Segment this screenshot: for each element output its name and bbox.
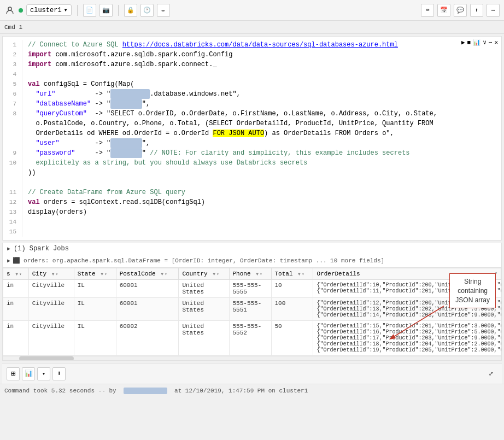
- calendar-icon[interactable]: 📅: [437, 4, 450, 17]
- cell-total: 100: [271, 298, 313, 321]
- cell-s: in: [3, 298, 29, 321]
- code-line-15: display(orders): [28, 207, 501, 217]
- cluster-name: cluster1: [30, 7, 62, 14]
- history-icon[interactable]: 🕐: [140, 4, 154, 17]
- table-view-btn[interactable]: ⊞: [7, 367, 20, 380]
- expand-btn[interactable]: ∨: [483, 39, 487, 46]
- col-header-phone[interactable]: Phone ▼▾: [229, 268, 271, 280]
- code-line-3: import com.microsoft.azure.sqldb.spark.c…: [28, 60, 501, 69]
- cell-s: in: [3, 280, 29, 298]
- cell-total: 50: [271, 321, 313, 356]
- more-btn[interactable]: ⋯: [489, 39, 493, 46]
- camera-icon[interactable]: 📷: [99, 4, 113, 17]
- chart-type-btn[interactable]: ▾: [37, 367, 50, 380]
- col-header-total[interactable]: Total ▼▾: [271, 268, 313, 280]
- cell-phone: 555-555-5555: [229, 280, 271, 298]
- spark-jobs-label: (1) Spark Jobs: [14, 245, 69, 253]
- download-btn[interactable]: ⬇: [52, 367, 66, 380]
- status-bar: Command took 5.32 seconds -- by at 12/10…: [0, 384, 504, 397]
- svg-point-0: [8, 7, 11, 10]
- code-line-7: "databaseName" -> "████████",: [28, 99, 501, 109]
- cell-city: Cityville: [28, 298, 74, 321]
- code-line-4: [28, 69, 501, 79]
- notebook-icon[interactable]: 📄: [83, 4, 96, 17]
- resize-btn[interactable]: ⤢: [484, 367, 497, 380]
- cell-state: IL: [74, 298, 116, 321]
- cell-phone: 555-555-5552: [229, 321, 271, 356]
- top-toolbar: cluster1 ▾ 📄 📷 🔒 🕐 ✏ ⌨ 📅 💬 ⬆ ⋯: [0, 0, 504, 21]
- schema-expand[interactable]: ▶: [7, 257, 10, 264]
- code-line-13: // Create DataFrame from Azure SQL query: [28, 187, 501, 197]
- more-icon[interactable]: ⋯: [487, 4, 500, 17]
- bottom-toolbar: ⊞ 📊 ▾ ⬇ ⤢: [2, 363, 502, 384]
- chart-view-btn[interactable]: 📊: [22, 367, 35, 380]
- schema-label: orders: org.apache.spark.sql.DataFrame =…: [24, 257, 384, 264]
- keyboard-icon[interactable]: ⌨: [421, 4, 434, 17]
- cell-s: in: [3, 321, 29, 356]
- share-icon[interactable]: ⬆: [470, 4, 483, 17]
- col-header-city[interactable]: City ▼▾: [28, 268, 74, 280]
- code-line-9: "user" -> "████████",: [28, 138, 501, 148]
- code-line-1: // Connect to Azure SQL https://docs.dat…: [28, 40, 501, 50]
- line-numbers: 1 2 3 4 5 6 7 8 9 10 11 12 13 14 15: [3, 40, 22, 237]
- spark-jobs-row: ▶ (1) Spark Jobs: [2, 243, 502, 255]
- spark-jobs-expand[interactable]: ▶: [7, 245, 10, 252]
- close-btn[interactable]: ✕: [494, 39, 498, 46]
- code-line-10b: explicitely as a string, but you should …: [28, 158, 501, 168]
- separator: [77, 5, 78, 16]
- code-line-8c: OrderDetails od WHERE od.OrderId = o.Ord…: [28, 128, 501, 138]
- cell-postal: 60001: [116, 280, 179, 298]
- code-line-11: )): [28, 168, 501, 178]
- cell-city: Cityville: [28, 280, 74, 298]
- schema-row: ▶ ⬛ orders: org.apache.spark.sql.DataFra…: [2, 255, 502, 267]
- callout-box: StringcontainingJSON array: [449, 273, 496, 308]
- col-header-s[interactable]: s ▼▾: [3, 268, 29, 280]
- chart-mini-icon: 📊: [473, 39, 480, 46]
- comment-icon[interactable]: 💬: [454, 4, 467, 17]
- cmd-bar: Cmd 1: [0, 21, 504, 34]
- code-lines: // Connect to Azure SQL https://docs.dat…: [22, 40, 501, 237]
- cell-phone: 555-555-5551: [229, 298, 271, 321]
- cell-country: UnitedStates: [179, 298, 229, 321]
- run-btn[interactable]: ▶: [461, 39, 465, 46]
- scroll-thumb[interactable]: [19, 356, 74, 361]
- cmd-label: Cmd 1: [4, 24, 22, 31]
- cell-country: UnitedStates: [179, 280, 229, 298]
- cluster-select[interactable]: cluster1 ▾: [26, 4, 72, 16]
- chevron-down-icon: ▾: [64, 6, 68, 14]
- code-line-8b: o.PostalCode, o.Country, o.Phone, o.Tota…: [28, 119, 501, 128]
- cell-total: 10: [271, 280, 313, 298]
- table-row: in Cityville IL 60001 UnitedStates 555-5…: [3, 280, 501, 298]
- cell-postal: 60002: [116, 321, 179, 356]
- cell-toolbar: ▶ ■ 📊 ∨ ⋯ ✕: [461, 39, 498, 46]
- code-cell: ▶ ■ 📊 ∨ ⋯ ✕ 1 2 3 4 5 6 7 8 9 10 11 12 1…: [2, 36, 502, 240]
- code-line-12: [28, 178, 501, 187]
- table-icon: ⬛: [13, 257, 20, 264]
- cell-state: IL: [74, 280, 116, 298]
- status-text: Command took 5.32 seconds -- by at 12/10…: [4, 388, 308, 394]
- code-line-6: "url" -> "██████████.database.windows.ne…: [28, 89, 501, 99]
- code-line-8a: "queryCustom" -> "SELECT o.OrderID, o.Or…: [28, 109, 501, 119]
- col-header-country[interactable]: Country ▼▾: [179, 268, 229, 280]
- status-indicator: [19, 8, 23, 13]
- edit-icon[interactable]: ✏: [157, 4, 170, 17]
- data-table-container: StringcontainingJSON array s ▼▾ City ▼▾ …: [2, 267, 502, 361]
- callout-text: StringcontainingJSON array: [455, 278, 490, 304]
- table-header-row: s ▼▾ City ▼▾ State ▼▾ PostalCode ▼▾ Coun…: [3, 268, 501, 280]
- cell-city: Cityville: [28, 321, 74, 356]
- table-scrollbar[interactable]: [3, 356, 501, 360]
- lock-icon[interactable]: 🔒: [124, 4, 137, 17]
- code-line-5: val configSql = Config(Map(: [28, 79, 501, 89]
- callout-arrow: [384, 301, 449, 344]
- code-line-14: val orders = sqlContext.read.sqlDB(confi…: [28, 197, 501, 207]
- col-header-state[interactable]: State ▼▾: [74, 268, 116, 280]
- stop-btn[interactable]: ■: [467, 39, 471, 46]
- separator2: [118, 5, 119, 16]
- user-icon[interactable]: [4, 5, 15, 16]
- cell-state: IL: [74, 321, 116, 356]
- cell-postal: 60001: [116, 298, 179, 321]
- col-header-postalcode[interactable]: PostalCode ▼▾: [116, 268, 179, 280]
- code-line-2: import com.microsoft.azure.sqldb.spark.c…: [28, 50, 501, 60]
- code-area: 1 2 3 4 5 6 7 8 9 10 11 12 13 14 15 // C…: [3, 37, 501, 240]
- cell-country: UnitedStates: [179, 321, 229, 356]
